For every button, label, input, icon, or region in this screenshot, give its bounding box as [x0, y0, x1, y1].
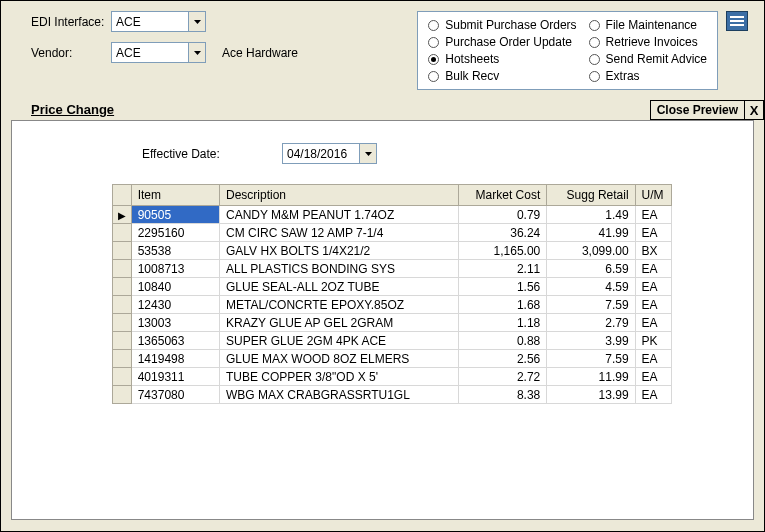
row-header-cell[interactable]: [113, 242, 132, 260]
row-header-cell[interactable]: [113, 314, 132, 332]
row-header-cell[interactable]: [113, 332, 132, 350]
cell-market-cost[interactable]: 1.68: [458, 296, 546, 314]
cell-description[interactable]: WBG MAX CRABGRASSRTU1GL: [220, 386, 459, 404]
cell-item[interactable]: 1365063: [131, 332, 219, 350]
cell-sugg-retail[interactable]: 3.99: [547, 332, 635, 350]
cell-um[interactable]: EA: [635, 206, 671, 224]
cell-description[interactable]: GLUE MAX WOOD 8OZ ELMERS: [220, 350, 459, 368]
cell-market-cost[interactable]: 0.79: [458, 206, 546, 224]
edi-combobox[interactable]: ACE: [111, 11, 206, 32]
cell-market-cost[interactable]: 2.11: [458, 260, 546, 278]
close-preview-button[interactable]: Close Preview: [650, 100, 744, 120]
cell-sugg-retail[interactable]: 6.59: [547, 260, 635, 278]
table-row[interactable]: 7437080WBG MAX CRABGRASSRTU1GL8.3813.99E…: [113, 386, 672, 404]
cell-um[interactable]: BX: [635, 242, 671, 260]
cell-description[interactable]: TUBE COPPER 3/8"OD X 5': [220, 368, 459, 386]
column-item[interactable]: Item: [131, 185, 219, 206]
cell-description[interactable]: GALV HX BOLTS 1/4X21/2: [220, 242, 459, 260]
cell-um[interactable]: EA: [635, 368, 671, 386]
chevron-down-icon[interactable]: [188, 12, 205, 31]
radio-option[interactable]: Retrieve Invoices: [589, 35, 707, 49]
chevron-down-icon[interactable]: [188, 43, 205, 62]
cell-sugg-retail[interactable]: 2.79: [547, 314, 635, 332]
cell-item[interactable]: 10840: [131, 278, 219, 296]
column-market-cost[interactable]: Market Cost: [458, 185, 546, 206]
table-row[interactable]: 53538GALV HX BOLTS 1/4X21/21,165.003,099…: [113, 242, 672, 260]
cell-item[interactable]: 1419498: [131, 350, 219, 368]
cell-sugg-retail[interactable]: 41.99: [547, 224, 635, 242]
menu-icon[interactable]: [726, 11, 748, 31]
cell-description[interactable]: METAL/CONCRTE EPOXY.85OZ: [220, 296, 459, 314]
chevron-down-icon[interactable]: [359, 144, 376, 163]
vendor-combobox[interactable]: ACE: [111, 42, 206, 63]
cell-item[interactable]: 2295160: [131, 224, 219, 242]
cell-description[interactable]: GLUE SEAL-ALL 2OZ TUBE: [220, 278, 459, 296]
cell-market-cost[interactable]: 1.56: [458, 278, 546, 296]
row-header-cell[interactable]: [113, 278, 132, 296]
table-row[interactable]: 1365063SUPER GLUE 2GM 4PK ACE0.883.99PK: [113, 332, 672, 350]
cell-um[interactable]: PK: [635, 332, 671, 350]
cell-sugg-retail[interactable]: 7.59: [547, 296, 635, 314]
cell-um[interactable]: EA: [635, 314, 671, 332]
cell-market-cost[interactable]: 36.24: [458, 224, 546, 242]
cell-description[interactable]: ALL PLASTICS BONDING SYS: [220, 260, 459, 278]
cell-um[interactable]: EA: [635, 350, 671, 368]
table-row[interactable]: 13003KRAZY GLUE AP GEL 2GRAM1.182.79EA: [113, 314, 672, 332]
cell-market-cost[interactable]: 0.88: [458, 332, 546, 350]
cell-market-cost[interactable]: 2.56: [458, 350, 546, 368]
row-header-cell[interactable]: [113, 296, 132, 314]
cell-market-cost[interactable]: 1.18: [458, 314, 546, 332]
effective-date-combobox[interactable]: 04/18/2016: [282, 143, 377, 164]
row-header-cell[interactable]: [113, 260, 132, 278]
cell-sugg-retail[interactable]: 4.59: [547, 278, 635, 296]
table-row[interactable]: 4019311TUBE COPPER 3/8"OD X 5'2.7211.99E…: [113, 368, 672, 386]
row-header-cell[interactable]: [113, 386, 132, 404]
cell-item[interactable]: 53538: [131, 242, 219, 260]
cell-description[interactable]: CANDY M&M PEANUT 1.74OZ: [220, 206, 459, 224]
column-description[interactable]: Description: [220, 185, 459, 206]
cell-um[interactable]: EA: [635, 386, 671, 404]
column-sugg-retail[interactable]: Sugg Retail: [547, 185, 635, 206]
row-header-cell[interactable]: [113, 224, 132, 242]
cell-sugg-retail[interactable]: 7.59: [547, 350, 635, 368]
table-row[interactable]: 12430METAL/CONCRTE EPOXY.85OZ1.687.59EA: [113, 296, 672, 314]
cell-market-cost[interactable]: 1,165.00: [458, 242, 546, 260]
radio-option[interactable]: Extras: [589, 69, 707, 83]
column-um[interactable]: U/M: [635, 185, 671, 206]
price-change-table[interactable]: Item Description Market Cost Sugg Retail…: [112, 184, 672, 404]
row-header-cell[interactable]: [113, 368, 132, 386]
cell-sugg-retail[interactable]: 13.99: [547, 386, 635, 404]
cell-description[interactable]: CM CIRC SAW 12 AMP 7-1/4: [220, 224, 459, 242]
cell-item[interactable]: 90505: [131, 206, 219, 224]
table-row[interactable]: 10840GLUE SEAL-ALL 2OZ TUBE1.564.59EA: [113, 278, 672, 296]
cell-market-cost[interactable]: 8.38: [458, 386, 546, 404]
cell-item[interactable]: 13003: [131, 314, 219, 332]
radio-option[interactable]: File Maintenance: [589, 18, 707, 32]
cell-um[interactable]: EA: [635, 278, 671, 296]
row-header-cell[interactable]: ▶: [113, 206, 132, 224]
cell-sugg-retail[interactable]: 3,099.00: [547, 242, 635, 260]
cell-item[interactable]: 4019311: [131, 368, 219, 386]
radio-option[interactable]: Purchase Order Update: [428, 35, 576, 49]
row-header-cell[interactable]: [113, 350, 132, 368]
table-row[interactable]: 2295160CM CIRC SAW 12 AMP 7-1/436.2441.9…: [113, 224, 672, 242]
cell-description[interactable]: KRAZY GLUE AP GEL 2GRAM: [220, 314, 459, 332]
cell-item[interactable]: 1008713: [131, 260, 219, 278]
cell-um[interactable]: EA: [635, 260, 671, 278]
radio-option[interactable]: Hotsheets: [428, 52, 576, 66]
radio-option[interactable]: Bulk Recv: [428, 69, 576, 83]
table-row[interactable]: ▶90505CANDY M&M PEANUT 1.74OZ0.791.49EA: [113, 206, 672, 224]
cell-um[interactable]: EA: [635, 224, 671, 242]
radio-option[interactable]: Send Remit Advice: [589, 52, 707, 66]
cell-item[interactable]: 12430: [131, 296, 219, 314]
close-x-button[interactable]: X: [744, 100, 764, 120]
cell-um[interactable]: EA: [635, 296, 671, 314]
cell-market-cost[interactable]: 2.72: [458, 368, 546, 386]
table-row[interactable]: 1419498GLUE MAX WOOD 8OZ ELMERS2.567.59E…: [113, 350, 672, 368]
cell-sugg-retail[interactable]: 11.99: [547, 368, 635, 386]
cell-sugg-retail[interactable]: 1.49: [547, 206, 635, 224]
cell-description[interactable]: SUPER GLUE 2GM 4PK ACE: [220, 332, 459, 350]
cell-item[interactable]: 7437080: [131, 386, 219, 404]
radio-option[interactable]: Submit Purchase Orders: [428, 18, 576, 32]
table-row[interactable]: 1008713ALL PLASTICS BONDING SYS2.116.59E…: [113, 260, 672, 278]
